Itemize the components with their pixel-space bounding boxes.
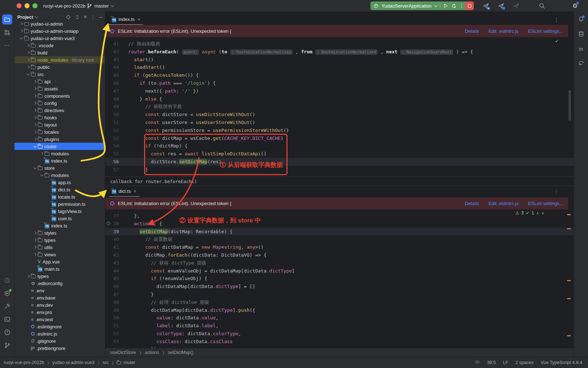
settings-gear-icon[interactable]: ⚙ xyxy=(571,2,579,9)
tree-item-hooks[interactable]: hooks xyxy=(14,114,105,121)
tab-dict-ts[interactable]: TS dict.ts × xyxy=(109,186,139,197)
tree-item-yudao-ui-admin-vue3[interactable]: yudao-ui-admin-vue3 xyxy=(14,35,105,42)
line-number[interactable]: 49 xyxy=(105,306,124,314)
line-number[interactable]: 48 xyxy=(105,95,124,103)
bottom-inspections-widget[interactable]: ⚠3 ✔1 ∧ ∨ xyxy=(515,210,544,216)
status-breadcrumb-item[interactable]: src xyxy=(103,360,109,365)
profiler-tool-window-button[interactable] xyxy=(2,275,12,285)
top-code-editor[interactable]: 41// 路由加载前42router.beforeEach( guard: as… xyxy=(105,37,574,177)
chevron-right-icon[interactable] xyxy=(34,130,36,133)
code-line-41[interactable]: 41 const dictDataMap = new Map<string, a… xyxy=(105,243,574,251)
database-tool-icon[interactable] xyxy=(578,31,584,38)
chevron-right-icon[interactable] xyxy=(34,138,36,141)
tree-item-.eslintrc.js[interactable]: .eslintrc.js xyxy=(14,330,105,337)
expand-collapse-icon[interactable] xyxy=(75,14,80,20)
chevron-down-icon[interactable] xyxy=(40,173,43,176)
tree-item-utils[interactable]: utils xyxy=(14,244,105,251)
tree-item-.editorconfig[interactable]: ⚙.editorconfig xyxy=(14,280,105,287)
code-line-40[interactable]: 40 // 设置数据 xyxy=(105,235,574,243)
tree-item-locale.ts[interactable]: TSlocale.ts xyxy=(14,193,105,200)
code-line-42[interactable]: 42router.beforeEach( guard: async (to : … xyxy=(105,48,574,56)
code-line-38[interactable]: 38↑ actions: { xyxy=(105,220,574,228)
scrollbar-thumb[interactable] xyxy=(569,90,571,121)
close-panel-icon[interactable]: ✕ xyxy=(84,14,87,19)
code-line-44[interactable]: 44 loadStart() xyxy=(105,63,574,71)
tree-item-.env.base[interactable]: ≡.env.base xyxy=(14,294,105,301)
tree-item-.prettierignore[interactable]: P.prettierignore xyxy=(14,345,105,352)
code-line-39[interactable]: 39 setDictMap(dictMap: Recordable) { xyxy=(105,228,574,236)
status-breadcrumb-item[interactable]: router xyxy=(124,360,135,365)
tree-item-.gitignore[interactable]: ∅.gitignore xyxy=(14,337,105,345)
debug-rerun-button[interactable] xyxy=(451,3,456,9)
status-widget-2-spaces[interactable]: 2 spaces xyxy=(516,360,534,365)
warning-stripe-mark[interactable] xyxy=(567,214,571,215)
line-number[interactable]: 40 xyxy=(105,235,124,243)
chevron-right-icon[interactable] xyxy=(34,253,36,256)
chevron-right-icon[interactable] xyxy=(34,80,36,83)
build-tool-window-button[interactable] xyxy=(2,301,12,311)
code-line-52[interactable]: 52 colorType: dictData.colorType, xyxy=(105,330,574,338)
line-number[interactable]: 43 xyxy=(105,259,124,267)
line-number[interactable]: 50 xyxy=(105,111,124,119)
run-file-icon[interactable]: ▶ xyxy=(482,2,489,9)
close-tab-icon[interactable]: × xyxy=(134,189,137,194)
line-number[interactable]: 47 xyxy=(105,291,124,298)
line-number[interactable]: 42 xyxy=(105,251,124,259)
code-line-57[interactable]: 57 } xyxy=(105,166,574,174)
code-line-50[interactable]: 50 const dictStore = useDictStoreWithOut… xyxy=(105,111,574,119)
status-widget-lf[interactable]: LF xyxy=(503,360,508,365)
tree-item-yudao-ui-admin-uniapp[interactable]: yudao-ui-admin-uniapp xyxy=(14,27,105,35)
tree-item-types[interactable]: types xyxy=(14,236,105,244)
tree-item-views[interactable]: views xyxy=(14,251,105,258)
code-line-47[interactable]: 47 } xyxy=(105,291,574,298)
line-number[interactable]: 45 xyxy=(105,71,124,79)
top-inspections-widget[interactable]: ✔ xyxy=(555,39,559,44)
minimize-window-button[interactable] xyxy=(24,3,30,8)
code-line-51[interactable]: 51 label: dictData.label, xyxy=(105,322,574,330)
tree-item-.eslintignore[interactable]: .eslintignore xyxy=(14,323,105,330)
line-number[interactable]: 37 xyxy=(105,212,124,220)
locate-file-icon[interactable] xyxy=(66,14,71,20)
code-line-48[interactable]: 48 } else { xyxy=(105,95,574,103)
structure-tool-window-button[interactable] xyxy=(2,27,12,37)
panel-options-icon[interactable]: ⋮ xyxy=(91,14,95,20)
code-line-46[interactable]: 46 dictDataMap[dictData.dictType] = [] xyxy=(105,283,574,291)
line-number[interactable]: 56 xyxy=(105,158,124,166)
line-number[interactable]: 45 xyxy=(105,275,124,283)
version-control-tool-window-button[interactable] xyxy=(2,340,12,350)
line-number[interactable]: 50 xyxy=(105,314,124,322)
profile-file-icon[interactable] xyxy=(512,2,520,9)
banner-link-eslint-settings-[interactable]: ESLint settings... xyxy=(528,28,563,34)
chevron-right-icon[interactable] xyxy=(34,102,36,105)
code-line-49[interactable]: 49 // 获取所有字典 xyxy=(105,103,574,111)
chevron-right-icon[interactable] xyxy=(40,152,43,155)
tree-item-yudao-ui-admin[interactable]: yudao-ui-admin xyxy=(14,22,105,27)
chevron-right-icon[interactable] xyxy=(34,87,36,90)
line-number[interactable]: 38↑ xyxy=(105,220,124,228)
chevron-right-icon[interactable] xyxy=(34,239,36,241)
tab-options-icon[interactable]: ⋮ xyxy=(554,189,559,194)
tree-item-directives[interactable]: directives xyxy=(14,107,105,114)
line-number[interactable]: 54 xyxy=(105,346,124,348)
line-number[interactable]: 49 xyxy=(105,103,124,111)
tab-options-icon[interactable]: ⋮ xyxy=(554,17,559,23)
tree-item-.env.test[interactable]: ≡.env.test xyxy=(14,316,105,323)
line-number[interactable]: 53 xyxy=(105,134,124,142)
line-number[interactable]: 57 xyxy=(105,166,124,174)
tree-item-api[interactable]: api xyxy=(14,78,105,85)
line-number[interactable]: 47 xyxy=(105,87,124,95)
code-line-56[interactable]: 56 dictStore.setDictMap(res) xyxy=(105,158,574,166)
tree-item-locales[interactable]: locales xyxy=(14,128,105,136)
chevron-right-icon[interactable] xyxy=(27,44,30,47)
code-line-37[interactable]: 37 }, xyxy=(105,212,574,220)
tree-item-plugins[interactable]: plugins xyxy=(14,136,105,143)
chevron-right-icon[interactable] xyxy=(34,109,36,112)
code-line-49[interactable]: 49 dictDataMap[dictData.dictType].push({ xyxy=(105,306,574,314)
line-number[interactable]: 51 xyxy=(105,119,124,127)
chevron-right-icon[interactable] xyxy=(34,246,36,249)
tree-item-index.ts[interactable]: TSindex.ts xyxy=(14,222,105,229)
terminal-tool-window-button[interactable] xyxy=(2,314,12,324)
code-line-51[interactable]: 51 const userStore = useUserStoreWithOut… xyxy=(105,119,574,127)
banner-link-edit-eslintrc-js[interactable]: Edit .eslintrc.js xyxy=(489,28,519,34)
project-tool-window-button[interactable] xyxy=(2,14,12,25)
